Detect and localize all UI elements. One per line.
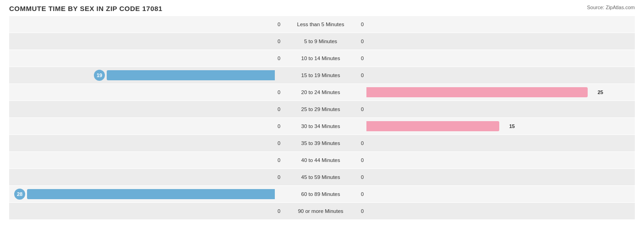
row-label: 90 or more Minutes bbox=[275, 208, 366, 214]
table-row: 030 to 34 Minutes15 bbox=[9, 118, 635, 134]
table-row: 090 or more Minutes0 bbox=[9, 203, 635, 219]
male-side: 0 bbox=[9, 152, 275, 168]
row-label: 35 to 39 Minutes bbox=[275, 140, 366, 146]
table-row: 040 to 44 Minutes0 bbox=[9, 152, 635, 168]
chart-title: COMMUTE TIME BY SEX IN ZIP CODE 17081 bbox=[9, 5, 635, 12]
female-side: 0 bbox=[366, 169, 632, 185]
male-side: 0 bbox=[9, 33, 275, 50]
female-side: 0 bbox=[366, 135, 632, 151]
table-row: 010 to 14 Minutes0 bbox=[9, 50, 635, 67]
male-side: 28 bbox=[9, 186, 275, 202]
female-side: 0 bbox=[366, 33, 632, 50]
table-row: 2860 to 89 Minutes0 bbox=[9, 186, 635, 202]
female-side: 15 bbox=[366, 118, 632, 134]
female-side: 0 bbox=[366, 203, 632, 219]
chart-container: COMMUTE TIME BY SEX IN ZIP CODE 17081 So… bbox=[0, 0, 644, 240]
female-value: 25 bbox=[598, 89, 603, 95]
row-label: 25 to 29 Minutes bbox=[275, 106, 366, 112]
male-side: 0 bbox=[9, 135, 275, 151]
row-label: 30 to 34 Minutes bbox=[275, 123, 366, 129]
row-label: Less than 5 Minutes bbox=[275, 22, 366, 27]
male-side: 19 bbox=[9, 67, 275, 84]
female-side: 0 bbox=[366, 67, 632, 84]
row-label: 20 to 24 Minutes bbox=[275, 89, 366, 95]
female-side: 0 bbox=[366, 16, 632, 33]
chart-area: 0Less than 5 Minutes005 to 9 Minutes0010… bbox=[9, 16, 635, 206]
male-side: 0 bbox=[9, 118, 275, 134]
table-row: 035 to 39 Minutes0 bbox=[9, 135, 635, 151]
male-side: 0 bbox=[9, 169, 275, 185]
male-value: 28 bbox=[14, 189, 25, 200]
row-label: 60 to 89 Minutes bbox=[275, 191, 366, 197]
female-side: 0 bbox=[366, 101, 632, 117]
female-side: 25 bbox=[366, 84, 632, 100]
male-side: 0 bbox=[9, 16, 275, 33]
female-side: 0 bbox=[366, 152, 632, 168]
source-label: Source: ZipAtlas.com bbox=[587, 5, 635, 10]
male-side: 0 bbox=[9, 50, 275, 67]
male-value: 19 bbox=[94, 70, 105, 81]
table-row: 025 to 29 Minutes0 bbox=[9, 101, 635, 117]
row-label: 40 to 44 Minutes bbox=[275, 157, 366, 163]
female-side: 0 bbox=[366, 186, 632, 202]
female-side: 0 bbox=[366, 50, 632, 67]
row-label: 15 to 19 Minutes bbox=[275, 73, 366, 78]
female-value: 15 bbox=[509, 123, 515, 129]
male-side: 0 bbox=[9, 203, 275, 219]
row-label: 10 to 14 Minutes bbox=[275, 56, 366, 61]
table-row: 05 to 9 Minutes0 bbox=[9, 33, 635, 50]
female-bar: 15 bbox=[366, 121, 499, 131]
male-side: 0 bbox=[9, 84, 275, 100]
male-side: 0 bbox=[9, 101, 275, 117]
table-row: 020 to 24 Minutes25 bbox=[9, 84, 635, 100]
male-bar: 19 bbox=[107, 70, 275, 80]
female-bar: 25 bbox=[366, 87, 588, 97]
table-row: 1915 to 19 Minutes0 bbox=[9, 67, 635, 84]
male-bar: 28 bbox=[27, 189, 275, 199]
row-label: 45 to 59 Minutes bbox=[275, 174, 366, 180]
table-row: 0Less than 5 Minutes0 bbox=[9, 16, 635, 33]
table-row: 045 to 59 Minutes0 bbox=[9, 169, 635, 185]
row-label: 5 to 9 Minutes bbox=[275, 39, 366, 44]
